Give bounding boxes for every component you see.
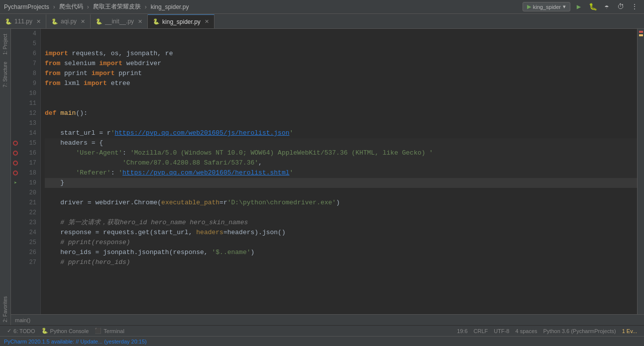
code-line-17: 'Chrome/87.0.4280.88 Safari/537.36', — [45, 158, 637, 168]
code-line-23: # 第一次请求，获取hero_id hero_name hero_skin_na… — [45, 218, 637, 228]
code-content[interactable]: import requests, os, jsonpath, re from s… — [41, 29, 637, 314]
gutter-26 — [11, 248, 20, 258]
editor-area: ➤ 4 5 6 7 8 9 10 11 12 13 — [11, 29, 644, 325]
code-line-20 — [45, 188, 637, 198]
sidebar-favorites[interactable]: 2: Favorites — [1, 293, 9, 325]
tab-close-kingspider[interactable]: ✕ — [205, 18, 209, 25]
code-line-4 — [45, 29, 637, 39]
tab-initpy[interactable]: 🐍 __init__.py ✕ — [91, 14, 148, 28]
run-config-icon: ▶ — [527, 3, 531, 10]
gutter-24 — [11, 228, 20, 238]
status-position[interactable]: 19:6 — [454, 328, 470, 334]
run-button[interactable]: ▶ — [573, 1, 584, 12]
url-herolist-shtml: https://pvp.qq.com/web201605/herolist.sh… — [122, 169, 289, 176]
status-encoding[interactable]: UTF-8 — [491, 328, 512, 334]
file-name: king_spider.py — [151, 3, 189, 10]
code-editor[interactable]: ➤ 4 5 6 7 8 9 10 11 12 13 — [11, 29, 644, 314]
profile-button[interactable]: ⏱ — [615, 1, 626, 12]
status-python-version[interactable]: Python 3.6 (PycharmProjects) — [540, 328, 619, 334]
code-line-11 — [45, 98, 637, 108]
todo-label: 6: TODO — [13, 328, 35, 334]
event-log-text: 1 Ev... — [622, 328, 637, 334]
gutter-8 — [11, 69, 20, 79]
update-link[interactable]: PyCharm 2020.1.5 available: // Update...… — [4, 339, 147, 345]
gutter-13 — [11, 118, 20, 128]
status-python-console[interactable]: 🐍 Python Console — [38, 326, 92, 336]
main-area: 1: Project 7: Structure 2: Favorites — [0, 29, 644, 325]
code-line-25: # pprint(response) — [45, 238, 637, 248]
tab-label-initpy: __init__.py — [105, 18, 134, 25]
tab-kingspider[interactable]: 🐍 king_spider.py ✕ — [148, 14, 215, 28]
tab-close-aqipy[interactable]: ✕ — [81, 18, 85, 25]
gutter-15 — [11, 138, 20, 148]
encoding-text: UTF-8 — [494, 328, 509, 334]
gutter-4 — [11, 29, 20, 39]
code-line-21: driver = webdriver.Chrome(executable_pat… — [45, 198, 637, 208]
tab-icon-111py: 🐍 — [5, 18, 12, 25]
run-config-dropdown-icon: ▾ — [563, 3, 566, 10]
tab-aqipy[interactable]: 🐍 aqi.py ✕ — [46, 14, 91, 28]
sidebar-project[interactable]: 1: Project — [1, 31, 9, 58]
gutter-11 — [11, 98, 20, 108]
code-line-14: start_url = r'https://pvp.qq.com/web2016… — [45, 128, 637, 138]
breakpoint-hollow-17 — [13, 161, 18, 166]
code-line-22 — [45, 208, 637, 218]
code-line-13 — [45, 118, 637, 128]
url-herolist-json: https://pvp.qq.com/web201605/js/herolist… — [114, 129, 289, 137]
breadcrumb-bar: main() — [11, 314, 644, 325]
console-label: Python Console — [50, 328, 89, 334]
tab-close-initpy[interactable]: ✕ — [138, 18, 142, 25]
update-bar: PyCharm 2020.1.5 available: // Update...… — [0, 336, 644, 346]
code-line-12: def main(): — [45, 108, 637, 118]
gutter-19: ➤ — [11, 178, 20, 188]
code-line-10 — [45, 88, 637, 98]
tab-icon-kingspider: 🐍 — [153, 18, 160, 25]
breakpoint-hollow-16 — [13, 151, 18, 156]
warning-mark — [639, 34, 643, 36]
indent-text: 4 spaces — [515, 328, 537, 334]
status-bar: ✓ 6: TODO 🐍 Python Console ⬛ Terminal 19… — [0, 325, 644, 336]
status-indent[interactable]: 4 spaces — [512, 328, 540, 334]
debug-button[interactable]: 🐛 — [587, 1, 598, 12]
breadcrumb-text: main() — [15, 317, 30, 323]
error-mark-top — [639, 31, 643, 33]
gutter-area: ➤ — [11, 29, 20, 314]
folder-name: 爬虫代码 — [59, 2, 83, 11]
tab-bar: 🐍 111.py ✕ 🐍 aqi.py ✕ 🐍 __init__.py ✕ 🐍 … — [0, 14, 644, 29]
todo-icon: ✓ — [7, 328, 11, 334]
gutter-6 — [11, 49, 20, 59]
line-numbers: 4 5 6 7 8 9 10 11 12 13 14 15 16 17 18 1… — [20, 29, 41, 314]
terminal-label: Terminal — [104, 328, 124, 334]
tab-icon-initpy: 🐍 — [96, 18, 103, 25]
python-version-text: Python 3.6 (PycharmProjects) — [543, 328, 616, 334]
gutter-14 — [11, 128, 20, 138]
breakpoint-hollow-18 — [13, 171, 18, 175]
code-line-24: response = requests.get(start_url, heade… — [45, 228, 637, 238]
position-text: 19:6 — [457, 328, 467, 334]
tab-close-111py[interactable]: ✕ — [36, 18, 41, 25]
gutter-21 — [11, 198, 20, 208]
code-line-15: headers = { — [45, 138, 637, 148]
sidebar-structure[interactable]: 7: Structure — [1, 59, 9, 90]
console-icon: 🐍 — [41, 328, 48, 334]
coverage-button[interactable]: ☂ — [601, 1, 612, 12]
tab-label-kingspider: king_spider.py — [162, 18, 201, 25]
left-sidebar: 1: Project 7: Structure 2: Favorites — [0, 29, 11, 325]
tab-111py[interactable]: 🐍 111.py ✕ — [0, 14, 46, 28]
run-configuration[interactable]: ▶ king_spider ▾ — [523, 2, 570, 11]
code-line-16: 'User-Agent': 'Mozilla/5.0 (Windows NT 1… — [45, 148, 637, 158]
status-crlf[interactable]: CRLF — [471, 328, 491, 334]
more-button[interactable]: ⋮ — [629, 1, 640, 12]
code-line-5 — [45, 39, 637, 49]
code-line-6: import requests, os, jsonpath, re — [45, 49, 637, 59]
gutter-5 — [11, 39, 20, 49]
status-todo[interactable]: ✓ 6: TODO — [4, 326, 38, 336]
status-terminal[interactable]: ⬛ Terminal — [92, 326, 127, 336]
gutter-9 — [11, 79, 20, 88]
run-config-name: king_spider — [533, 4, 561, 10]
gutter-25 — [11, 238, 20, 248]
execution-arrow: ➤ — [14, 180, 17, 186]
status-event-log[interactable]: 1 Ev... — [619, 328, 640, 334]
gutter-16 — [11, 148, 20, 158]
title-bar: PycharmProjects › 爬虫代码 › 爬取王者荣耀皮肤 › king… — [0, 0, 644, 14]
